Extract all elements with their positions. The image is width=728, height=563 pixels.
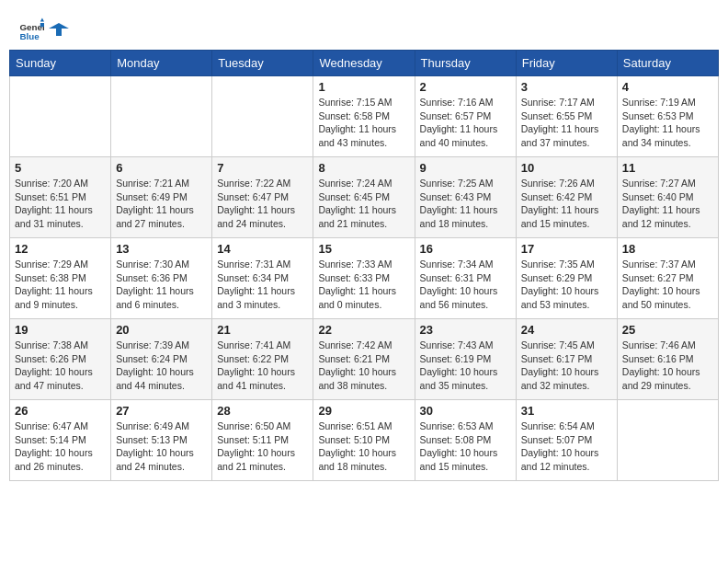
calendar-week-2: 5Sunrise: 7:20 AM Sunset: 6:51 PM Daylig… bbox=[10, 157, 719, 238]
day-number: 11 bbox=[622, 161, 713, 175]
day-info: Sunrise: 7:39 AM Sunset: 6:24 PM Dayligh… bbox=[116, 339, 207, 393]
day-info: Sunrise: 7:24 AM Sunset: 6:45 PM Dayligh… bbox=[318, 177, 409, 231]
calendar-week-5: 26Sunrise: 6:47 AM Sunset: 5:14 PM Dayli… bbox=[10, 400, 719, 481]
day-header-sunday: Sunday bbox=[10, 51, 111, 76]
day-info: Sunrise: 7:27 AM Sunset: 6:40 PM Dayligh… bbox=[622, 177, 713, 231]
day-header-friday: Friday bbox=[516, 51, 617, 76]
day-info: Sunrise: 7:35 AM Sunset: 6:29 PM Dayligh… bbox=[521, 258, 612, 312]
calendar-cell: 17Sunrise: 7:35 AM Sunset: 6:29 PM Dayli… bbox=[516, 238, 617, 319]
day-info: Sunrise: 7:34 AM Sunset: 6:31 PM Dayligh… bbox=[420, 258, 511, 312]
day-info: Sunrise: 6:47 AM Sunset: 5:14 PM Dayligh… bbox=[15, 419, 106, 474]
day-number: 17 bbox=[521, 242, 612, 256]
calendar-cell: 3Sunrise: 7:17 AM Sunset: 6:55 PM Daylig… bbox=[516, 76, 617, 157]
day-info: Sunrise: 7:43 AM Sunset: 6:19 PM Dayligh… bbox=[420, 339, 511, 393]
day-number: 10 bbox=[521, 161, 612, 175]
calendar-table: SundayMondayTuesdayWednesdayThursdayFrid… bbox=[9, 50, 719, 481]
calendar-cell: 8Sunrise: 7:24 AM Sunset: 6:45 PM Daylig… bbox=[313, 157, 415, 238]
day-number: 27 bbox=[116, 404, 207, 418]
day-number: 2 bbox=[420, 80, 511, 94]
calendar-header: SundayMondayTuesdayWednesdayThursdayFrid… bbox=[10, 51, 719, 76]
day-number: 14 bbox=[217, 242, 308, 256]
day-info: Sunrise: 7:15 AM Sunset: 6:58 PM Dayligh… bbox=[318, 96, 409, 150]
calendar-cell: 27Sunrise: 6:49 AM Sunset: 5:13 PM Dayli… bbox=[111, 400, 212, 481]
calendar-cell: 21Sunrise: 7:41 AM Sunset: 6:22 PM Dayli… bbox=[212, 319, 313, 400]
day-info: Sunrise: 7:20 AM Sunset: 6:51 PM Dayligh… bbox=[15, 177, 106, 231]
day-number: 13 bbox=[116, 242, 207, 256]
calendar-cell bbox=[10, 76, 111, 157]
calendar-cell bbox=[212, 76, 313, 157]
day-info: Sunrise: 7:22 AM Sunset: 6:47 PM Dayligh… bbox=[217, 177, 308, 231]
calendar-cell bbox=[111, 76, 212, 157]
calendar-cell: 29Sunrise: 6:51 AM Sunset: 5:10 PM Dayli… bbox=[313, 400, 415, 481]
day-info: Sunrise: 6:54 AM Sunset: 5:07 PM Dayligh… bbox=[521, 419, 612, 474]
day-info: Sunrise: 7:31 AM Sunset: 6:34 PM Dayligh… bbox=[217, 258, 308, 312]
calendar-cell: 23Sunrise: 7:43 AM Sunset: 6:19 PM Dayli… bbox=[415, 319, 516, 400]
day-info: Sunrise: 6:53 AM Sunset: 5:08 PM Dayligh… bbox=[420, 419, 511, 474]
page-header: General Blue bbox=[9, 9, 719, 50]
day-number: 28 bbox=[217, 404, 308, 418]
calendar-cell: 2Sunrise: 7:16 AM Sunset: 6:57 PM Daylig… bbox=[415, 76, 516, 157]
day-number: 16 bbox=[420, 242, 511, 256]
day-info: Sunrise: 7:25 AM Sunset: 6:43 PM Dayligh… bbox=[420, 177, 511, 231]
calendar-cell: 9Sunrise: 7:25 AM Sunset: 6:43 PM Daylig… bbox=[415, 157, 516, 238]
calendar-cell: 1Sunrise: 7:15 AM Sunset: 6:58 PM Daylig… bbox=[313, 76, 415, 157]
day-info: Sunrise: 7:33 AM Sunset: 6:33 PM Dayligh… bbox=[318, 258, 409, 312]
day-header-wednesday: Wednesday bbox=[313, 51, 415, 76]
day-number: 22 bbox=[318, 323, 409, 337]
day-number: 1 bbox=[318, 80, 409, 94]
svg-text:Blue: Blue bbox=[19, 31, 40, 41]
calendar-cell: 28Sunrise: 6:50 AM Sunset: 5:11 PM Dayli… bbox=[212, 400, 313, 481]
calendar-cell: 25Sunrise: 7:46 AM Sunset: 6:16 PM Dayli… bbox=[617, 319, 718, 400]
day-number: 6 bbox=[116, 161, 207, 175]
day-number: 7 bbox=[217, 161, 308, 175]
calendar-cell: 31Sunrise: 6:54 AM Sunset: 5:07 PM Dayli… bbox=[516, 400, 617, 481]
calendar-cell: 30Sunrise: 6:53 AM Sunset: 5:08 PM Dayli… bbox=[415, 400, 516, 481]
svg-marker-3 bbox=[40, 23, 44, 27]
day-header-tuesday: Tuesday bbox=[212, 51, 313, 76]
day-number: 9 bbox=[420, 161, 511, 175]
day-number: 4 bbox=[622, 80, 713, 94]
day-number: 30 bbox=[420, 404, 511, 418]
calendar-cell: 16Sunrise: 7:34 AM Sunset: 6:31 PM Dayli… bbox=[415, 238, 516, 319]
calendar-cell: 11Sunrise: 7:27 AM Sunset: 6:40 PM Dayli… bbox=[617, 157, 718, 238]
day-number: 18 bbox=[622, 242, 713, 256]
calendar-cell: 13Sunrise: 7:30 AM Sunset: 6:36 PM Dayli… bbox=[111, 238, 212, 319]
day-info: Sunrise: 7:38 AM Sunset: 6:26 PM Dayligh… bbox=[15, 339, 106, 393]
day-number: 8 bbox=[318, 161, 409, 175]
day-info: Sunrise: 7:46 AM Sunset: 6:16 PM Dayligh… bbox=[622, 339, 713, 393]
day-info: Sunrise: 7:16 AM Sunset: 6:57 PM Dayligh… bbox=[420, 96, 511, 150]
day-number: 23 bbox=[420, 323, 511, 337]
logo: General Blue bbox=[18, 17, 70, 42]
day-number: 15 bbox=[318, 242, 409, 256]
day-info: Sunrise: 7:17 AM Sunset: 6:55 PM Dayligh… bbox=[521, 96, 612, 150]
day-info: Sunrise: 6:50 AM Sunset: 5:11 PM Dayligh… bbox=[217, 419, 308, 474]
logo-bird-icon bbox=[49, 19, 69, 40]
calendar-cell: 24Sunrise: 7:45 AM Sunset: 6:17 PM Dayli… bbox=[516, 319, 617, 400]
day-info: Sunrise: 7:41 AM Sunset: 6:22 PM Dayligh… bbox=[217, 339, 308, 393]
calendar-cell: 18Sunrise: 7:37 AM Sunset: 6:27 PM Dayli… bbox=[617, 238, 718, 319]
day-info: Sunrise: 7:21 AM Sunset: 6:49 PM Dayligh… bbox=[116, 177, 207, 231]
day-header-monday: Monday bbox=[111, 51, 212, 76]
day-number: 20 bbox=[116, 323, 207, 337]
svg-marker-4 bbox=[49, 23, 69, 36]
day-info: Sunrise: 6:49 AM Sunset: 5:13 PM Dayligh… bbox=[116, 419, 207, 474]
day-info: Sunrise: 6:51 AM Sunset: 5:10 PM Dayligh… bbox=[318, 419, 409, 474]
day-number: 5 bbox=[15, 161, 106, 175]
calendar-cell: 22Sunrise: 7:42 AM Sunset: 6:21 PM Dayli… bbox=[313, 319, 415, 400]
day-number: 3 bbox=[521, 80, 612, 94]
calendar-cell: 7Sunrise: 7:22 AM Sunset: 6:47 PM Daylig… bbox=[212, 157, 313, 238]
day-header-saturday: Saturday bbox=[617, 51, 718, 76]
day-info: Sunrise: 7:42 AM Sunset: 6:21 PM Dayligh… bbox=[318, 339, 409, 393]
day-number: 21 bbox=[217, 323, 308, 337]
calendar-cell bbox=[617, 400, 718, 481]
day-number: 19 bbox=[15, 323, 106, 337]
calendar-cell: 19Sunrise: 7:38 AM Sunset: 6:26 PM Dayli… bbox=[10, 319, 111, 400]
day-number: 24 bbox=[521, 323, 612, 337]
day-info: Sunrise: 7:19 AM Sunset: 6:53 PM Dayligh… bbox=[622, 96, 713, 150]
calendar-week-3: 12Sunrise: 7:29 AM Sunset: 6:38 PM Dayli… bbox=[10, 238, 719, 319]
day-number: 29 bbox=[318, 404, 409, 418]
calendar-cell: 10Sunrise: 7:26 AM Sunset: 6:42 PM Dayli… bbox=[516, 157, 617, 238]
calendar-week-1: 1Sunrise: 7:15 AM Sunset: 6:58 PM Daylig… bbox=[10, 76, 719, 157]
day-info: Sunrise: 7:45 AM Sunset: 6:17 PM Dayligh… bbox=[521, 339, 612, 393]
calendar-cell: 14Sunrise: 7:31 AM Sunset: 6:34 PM Dayli… bbox=[212, 238, 313, 319]
